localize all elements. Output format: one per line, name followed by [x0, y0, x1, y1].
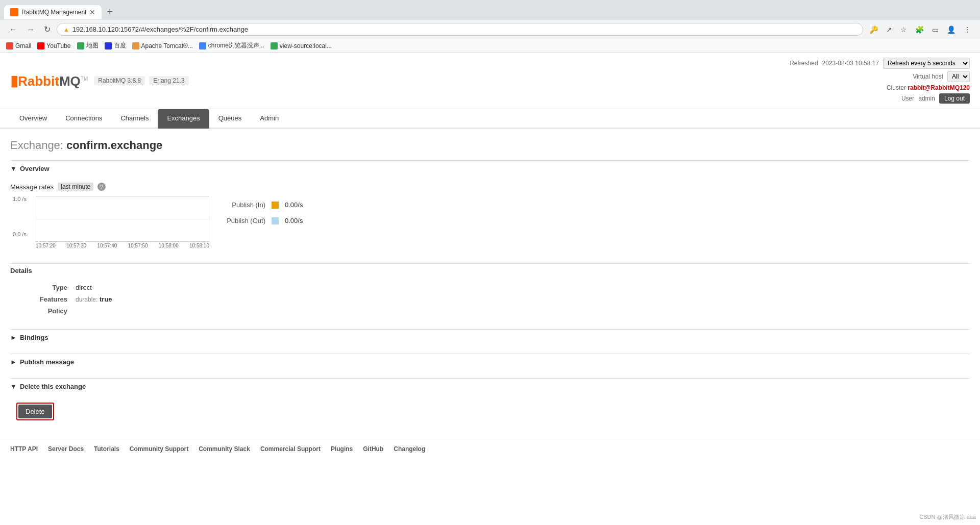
refreshed-label: Refreshed: [790, 60, 818, 67]
delete-toggle-icon: ▼: [10, 383, 17, 390]
password-manager-icon[interactable]: 🔑: [866, 23, 881, 36]
user-name: admin: [918, 95, 935, 102]
bookmark-source[interactable]: view-source:local...: [271, 42, 332, 49]
forward-button[interactable]: →: [23, 24, 38, 35]
bookmark-tomcat-label: Apache Tomcat®...: [141, 42, 193, 49]
publish-message-section-header[interactable]: ► Publish message: [10, 354, 970, 370]
baidu-icon: [105, 42, 112, 49]
chart-y-bottom: 0.0 /s: [13, 231, 27, 237]
footer-community-slack[interactable]: Community Slack: [199, 445, 250, 453]
tab-title: RabbitMQ Management: [21, 9, 86, 16]
bookmark-maps[interactable]: 地图: [77, 41, 99, 50]
logout-button[interactable]: Log out: [939, 93, 970, 104]
nav-queues[interactable]: Queues: [209, 109, 251, 129]
chart-x-label-0: 10:57:20: [36, 243, 56, 248]
nav-exchanges[interactable]: Exchanges: [158, 109, 209, 129]
footer-http-api[interactable]: HTTP API: [10, 445, 38, 453]
details-table: Type direct Features durable: true Polic…: [10, 282, 970, 317]
details-section-title: Details: [10, 263, 970, 278]
maps-icon: [77, 42, 84, 49]
chart-container: 1.0 /s 0.0 /s 10:57:20 10:57:30: [10, 196, 970, 249]
logo: ▮RabbitMQTM: [10, 72, 88, 89]
bookmarks-bar: Gmail YouTube 地图 百度 Apache Tomcat®... ch…: [0, 39, 980, 53]
bookmark-icon[interactable]: ☆: [897, 23, 910, 36]
overview-section-label: Overview: [20, 165, 50, 172]
footer-changelog[interactable]: Changelog: [394, 445, 425, 453]
legend-publish-in-label: Publish (In): [219, 201, 265, 209]
chart-x-label-1: 10:57:30: [66, 243, 86, 248]
chart-wrapper: 1.0 /s 0.0 /s 10:57:20 10:57:30: [10, 196, 209, 249]
delete-button[interactable]: Delete: [18, 405, 52, 418]
features-key: durable:: [76, 296, 97, 303]
footer-plugins[interactable]: Plugins: [331, 445, 353, 453]
vhost-select[interactable]: All: [947, 71, 970, 82]
publish-message-toggle-icon: ►: [10, 358, 17, 366]
menu-icon[interactable]: ⋮: [961, 23, 974, 36]
nav-admin[interactable]: Admin: [251, 109, 288, 129]
bindings-toggle-icon: ►: [10, 334, 17, 341]
new-tab-button[interactable]: +: [103, 4, 117, 20]
sidebar-icon[interactable]: ▭: [929, 23, 942, 36]
exchange-name: confirm.exchange: [66, 139, 162, 152]
chart-x-label-3: 10:57:50: [128, 243, 148, 248]
back-button[interactable]: ←: [6, 24, 20, 35]
bookmark-baidu-label: 百度: [114, 41, 126, 50]
delete-section-label: Delete this exchange: [20, 383, 86, 390]
bindings-section-header[interactable]: ► Bindings: [10, 329, 970, 345]
footer-server-docs[interactable]: Server Docs: [48, 445, 84, 453]
reload-button[interactable]: ↻: [41, 23, 54, 35]
nav-connections[interactable]: Connections: [56, 109, 111, 129]
overview-toggle-icon: ▼: [10, 165, 17, 172]
chrome-icon: [199, 42, 206, 49]
chart-x-label-2: 10:57:40: [97, 243, 117, 248]
tab-favicon: [10, 8, 18, 16]
logo-mq: MQ: [59, 73, 81, 89]
chart-x-labels: 10:57:20 10:57:30 10:57:40 10:57:50 10:5…: [36, 243, 209, 248]
bookmark-baidu[interactable]: 百度: [105, 41, 126, 50]
footer-commercial-support[interactable]: Commercial Support: [260, 445, 321, 453]
help-icon[interactable]: ?: [97, 183, 106, 191]
footer-community-support[interactable]: Community Support: [130, 445, 188, 453]
vhost-label: Virtual host: [913, 73, 943, 80]
profile-icon[interactable]: 👤: [944, 23, 959, 36]
bookmark-chrome[interactable]: chrome浏览器没声...: [199, 41, 264, 50]
bookmark-youtube[interactable]: YouTube: [37, 42, 70, 49]
user-label: User: [901, 95, 914, 102]
footer-tutorials[interactable]: Tutorials: [94, 445, 119, 453]
tab-close-button[interactable]: ✕: [89, 8, 95, 16]
type-label: Type: [10, 282, 71, 293]
address-bar[interactable]: ▲ 192.168.10.120:15672/#/exchanges/%2F/c…: [57, 23, 863, 36]
legend-publish-in-color: [272, 202, 279, 209]
header-right: Refreshed 2023-08-03 10:58:17 Refresh ev…: [790, 58, 970, 104]
footer: HTTP API Server Docs Tutorials Community…: [0, 439, 980, 459]
browser-tab[interactable]: RabbitMQ Management ✕: [4, 5, 102, 19]
bookmark-tomcat[interactable]: Apache Tomcat®...: [132, 42, 193, 49]
bookmark-gmail[interactable]: Gmail: [6, 42, 31, 49]
bookmark-source-label: view-source:local...: [280, 42, 332, 49]
erlang-version: Erlang 21.3: [149, 76, 188, 85]
policy-value: [71, 305, 970, 317]
address-text: 192.168.10.120:15672/#/exchanges/%2F/con…: [72, 26, 856, 33]
main-nav: Overview Connections Channels Exchanges …: [0, 109, 980, 129]
chart-x-label-4: 10:58:00: [159, 243, 179, 248]
delete-section-header[interactable]: ▼ Delete this exchange: [10, 378, 970, 394]
legend-publish-out-value: 0.00/s: [285, 217, 303, 224]
nav-overview[interactable]: Overview: [10, 109, 56, 129]
refreshed-time: 2023-08-03 10:58:17: [822, 60, 879, 67]
chart-area: [36, 196, 209, 242]
details-policy-row: Policy: [10, 305, 970, 317]
nav-channels[interactable]: Channels: [111, 109, 158, 129]
details-type-row: Type direct: [10, 282, 970, 293]
page-title: Exchange: confirm.exchange: [10, 139, 970, 152]
overview-section-header[interactable]: ▼ Overview: [10, 160, 970, 177]
refresh-select[interactable]: Refresh every 5 seconds Refresh every 10…: [883, 58, 970, 69]
logo-rabbit: Rabbit: [18, 73, 59, 89]
publish-message-section-label: Publish message: [20, 358, 74, 366]
bookmark-youtube-label: YouTube: [46, 42, 70, 49]
extensions-icon[interactable]: 🧩: [912, 23, 927, 36]
type-value: direct: [71, 282, 970, 293]
share-icon[interactable]: ↗: [883, 23, 895, 36]
features-val: true: [100, 295, 112, 303]
source-icon: [271, 42, 278, 49]
footer-github[interactable]: GitHub: [363, 445, 383, 453]
